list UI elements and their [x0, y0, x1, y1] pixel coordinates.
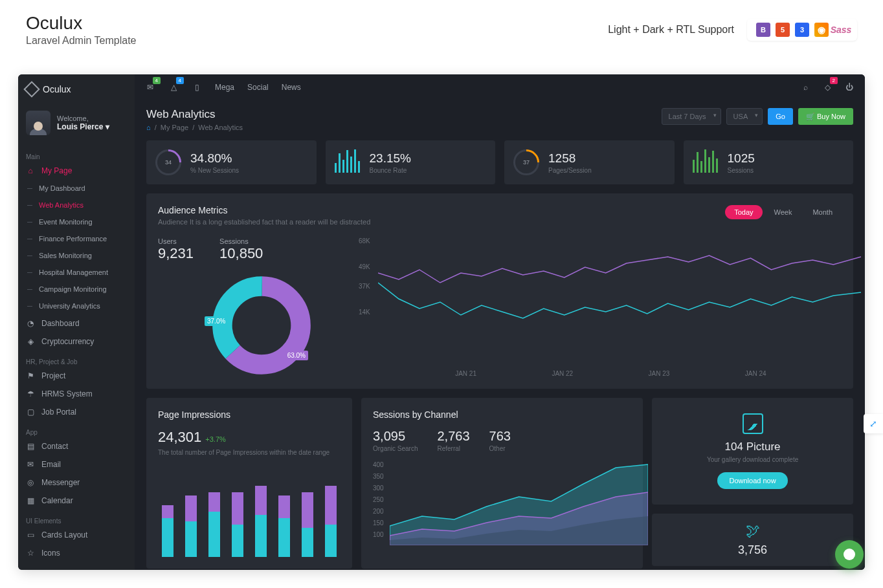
nav-job-portal[interactable]: ▢Job Portal	[18, 403, 135, 421]
other-value: 763	[489, 429, 511, 444]
gauge-icon: ◔	[26, 319, 35, 328]
user-name: Louis Pierce ▾	[57, 122, 109, 131]
bars-mini-icon	[693, 149, 719, 173]
star-icon: ☆	[26, 549, 35, 558]
users-label: Users	[158, 237, 194, 245]
y-label: 150	[373, 519, 384, 527]
calendar-icon: ▦	[26, 496, 35, 505]
y-label: 37K	[359, 283, 370, 290]
donut-slice-a: 37.0%	[205, 316, 228, 326]
nav-calendar[interactable]: ▦Calendar	[18, 492, 135, 510]
stat-label: % New Sessions	[190, 167, 239, 174]
nav-dashboard[interactable]: ◔Dashboard	[18, 314, 135, 332]
twitter-count: 3,756	[661, 543, 844, 557]
menu-news[interactable]: News	[282, 83, 301, 92]
sessions-channel-card: Sessions by Channel 3,095Organic Search …	[361, 398, 643, 569]
nav-my-page[interactable]: ⌂My Page	[18, 162, 135, 180]
breadcrumb-current: Web Analytics	[198, 124, 243, 131]
page-title: Web Analytics	[146, 108, 243, 121]
card-title: Audience Metrics	[158, 205, 370, 215]
y-label: 14K	[359, 309, 370, 316]
nav-section-app: App	[18, 425, 135, 437]
menu-mega[interactable]: Mega	[215, 83, 234, 92]
logo-icon	[23, 81, 39, 97]
date-filter-select[interactable]: Last 7 Days	[662, 108, 721, 125]
css3-icon: 3	[795, 23, 809, 37]
breadcrumb-mypage[interactable]: My Page	[161, 124, 188, 131]
chat-fab[interactable]	[835, 540, 864, 569]
stat-value: 1258	[548, 151, 592, 166]
nav-contact[interactable]: ▤Contact	[18, 437, 135, 455]
pi-description: The total number of Page Impressions wit…	[158, 448, 341, 457]
nav-event-monitoring[interactable]: Event Monitoring	[18, 213, 135, 230]
menu-social[interactable]: Social	[247, 83, 269, 92]
chat-icon[interactable]: ◇2	[822, 82, 833, 93]
flag-icon: ⚑	[26, 371, 35, 380]
doc-icon[interactable]: ▯	[192, 82, 202, 93]
stat-value: 34.80%	[190, 151, 239, 166]
expand-button[interactable]: ⤢	[864, 414, 883, 433]
stat-new-sessions: 34 34.80%% New Sessions	[146, 140, 317, 184]
search-icon[interactable]: ⌕	[800, 82, 810, 93]
donut-slice-b: 63.0%	[285, 351, 308, 360]
card-subtitle: Audience It is a long established fact t…	[158, 218, 370, 226]
breadcrumb-home[interactable]: ⌂	[146, 124, 151, 131]
nav-web-analytics[interactable]: Web Analytics	[18, 197, 135, 213]
y-label: 100	[373, 531, 384, 538]
nav-hrms[interactable]: ☂HRMS System	[18, 385, 135, 403]
umbrella-icon: ☂	[26, 389, 35, 398]
stat-sessions: 1025Sessions	[684, 140, 854, 184]
stat-label: Sessions	[728, 167, 755, 174]
bell-icon[interactable]: △4	[168, 82, 179, 93]
breadcrumb: ⌂ / My Page / Web Analytics	[146, 124, 243, 131]
ring-value: 34	[157, 151, 179, 173]
nav-university-analytics[interactable]: University Analytics	[18, 298, 135, 314]
nav-finance-performance[interactable]: Finance Performance	[18, 230, 135, 247]
nav-project[interactable]: ⚑Project	[18, 367, 135, 385]
bell-badge: 4	[176, 77, 184, 84]
nav-hospital-management[interactable]: Hospital Management	[18, 264, 135, 281]
x-label: JAN 21	[455, 370, 476, 377]
nav-section-hr: HR, Project & Job	[18, 354, 135, 367]
brand-logo[interactable]: Oculux	[18, 74, 135, 104]
grunt-icon: ◉	[814, 23, 829, 37]
nav-cards-layout[interactable]: ▭Cards Layout	[18, 526, 135, 544]
mail-icon[interactable]: ✉4	[145, 82, 155, 93]
gallery-title: 104 Picture	[664, 441, 842, 453]
tab-week[interactable]: Week	[765, 205, 801, 219]
tab-today[interactable]: Today	[725, 205, 762, 219]
nav-my-dashboard[interactable]: My Dashboard	[18, 180, 135, 197]
y-label: 49K	[359, 263, 370, 270]
card-title: Sessions by Channel	[373, 409, 631, 420]
stat-bounce-rate: 23.15%Bounce Rate	[326, 140, 496, 184]
nav-cryptocurrency[interactable]: ◈Cryptocurrency	[18, 332, 135, 351]
download-button[interactable]: Download now	[717, 472, 787, 489]
y-label: 250	[373, 496, 384, 503]
product-subtitle: Laravel Admin Template	[26, 35, 136, 47]
donut-chart: 37.0% 63.0%	[210, 274, 313, 377]
product-title: Oculux	[26, 13, 136, 34]
gallery-subtitle: Your gallery download complete	[664, 456, 842, 463]
home-icon: ⌂	[26, 166, 35, 175]
tablet-icon: ▢	[26, 408, 35, 417]
sessions-area-chart: 400 350 300 250 200 150 100	[373, 461, 631, 545]
gallery-card: 104 Picture Your gallery download comple…	[652, 398, 853, 505]
nav-sales-monitoring[interactable]: Sales Monitoring	[18, 247, 135, 264]
tab-month[interactable]: Month	[803, 205, 842, 219]
nav-messenger[interactable]: ◎Messenger	[18, 474, 135, 492]
nav-email[interactable]: ✉Email	[18, 455, 135, 474]
referral-label: Referral	[437, 445, 469, 452]
go-button[interactable]: Go	[768, 108, 793, 125]
user-profile[interactable]: Welcome, Louis Pierce ▾	[18, 104, 135, 146]
sidebar: Oculux Welcome, Louis Pierce ▾ Main ⌂My …	[18, 74, 135, 570]
ring-value: 37	[515, 151, 537, 173]
nav-icons[interactable]: ☆Icons	[18, 544, 135, 562]
region-filter-select[interactable]: USA	[726, 108, 763, 125]
buy-now-button[interactable]: 🛒 Buy Now	[798, 108, 853, 125]
nav-campaign-monitoring[interactable]: Campaign Monitoring	[18, 281, 135, 298]
y-label: 350	[373, 473, 384, 480]
brand-name: Oculux	[43, 84, 71, 94]
y-label: 300	[373, 485, 384, 492]
pi-bar-chart	[158, 473, 341, 557]
power-icon[interactable]: ⏻	[844, 82, 855, 93]
